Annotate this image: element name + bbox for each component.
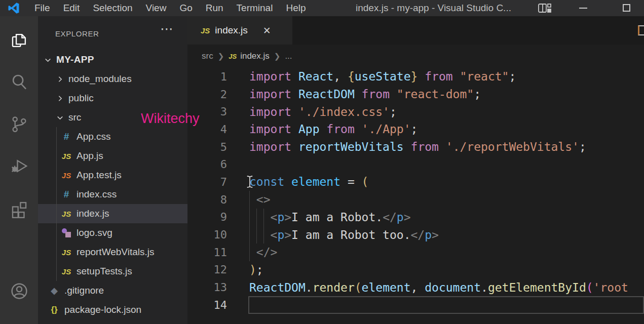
current-line-highlight xyxy=(248,296,644,314)
title-bar: FileEditSelectionViewGoRunTerminalHelp i… xyxy=(0,0,644,16)
breadcrumb: src❯JSindex.js❯... xyxy=(187,45,644,68)
tree-item-reportwebvitals-js[interactable]: JSreportWebVitals.js xyxy=(38,242,187,262)
code-line-7[interactable]: 7const element = ( xyxy=(187,173,644,191)
extensions-icon[interactable] xyxy=(10,199,29,218)
code-text: import reportWebVitals from './reportWeb… xyxy=(249,140,586,153)
tab-bar: JS index.js ✕ xyxy=(187,16,644,45)
code-text: import React, {useState} from "react"; xyxy=(249,70,516,83)
code-text: ReactDOM.render(element, document.getEle… xyxy=(249,281,628,294)
menu-run[interactable]: Run xyxy=(199,3,230,14)
tree-item-logo-svg[interactable]: logo.svg xyxy=(38,223,187,242)
js-file-icon: JS xyxy=(201,26,210,35)
breadcrumb-item[interactable]: src xyxy=(202,51,213,61)
code-view[interactable]: 1import React, {useState} from "react";2… xyxy=(187,68,644,324)
line-number: 6 xyxy=(187,158,227,171)
code-line-13[interactable]: 13ReactDOM.render(element, document.getE… xyxy=(187,278,644,296)
breadcrumb-separator-icon: ❯ xyxy=(274,52,281,61)
split-editor-icon[interactable] xyxy=(638,25,644,35)
tree-item-index-css[interactable]: #index.css xyxy=(38,185,187,204)
line-number: 1 xyxy=(187,70,227,83)
run-and-debug-icon[interactable] xyxy=(10,156,29,176)
tree-item-label: App.test.js xyxy=(77,170,122,181)
code-line-8[interactable]: 8 <> xyxy=(187,191,644,209)
tab-label: index.js xyxy=(215,25,247,36)
code-line-5[interactable]: 5import reportWebVitals from './reportWe… xyxy=(187,138,644,156)
code-text: <p>I am a Robot too.</p> xyxy=(249,228,439,241)
breadcrumb-item[interactable]: ... xyxy=(285,51,292,61)
explorer-title: EXPLORER xyxy=(55,29,99,38)
menu-help[interactable]: Help xyxy=(279,3,312,14)
tree-item-app-css[interactable]: #App.css xyxy=(38,127,187,146)
js-file-icon: JS xyxy=(59,152,73,160)
menu-selection[interactable]: Selection xyxy=(86,3,139,14)
maximize-button[interactable] xyxy=(623,4,630,12)
line-number: 9 xyxy=(187,211,227,223)
js-file-icon: JS xyxy=(59,248,73,257)
minimize-button[interactable] xyxy=(579,8,587,9)
code-text: import App from './App'; xyxy=(249,123,418,136)
line-number: 11 xyxy=(187,246,227,259)
js-file-icon: JS xyxy=(59,267,73,276)
code-line-3[interactable]: 3import './index.css'; xyxy=(187,103,644,120)
code-text: import './index.css'; xyxy=(249,105,397,118)
tree-item-label: reportWebVitals.js xyxy=(77,247,154,258)
menu-go[interactable]: Go xyxy=(173,3,199,14)
tree-item-label: index.css xyxy=(77,189,117,200)
explorer-more-actions-icon[interactable]: ⋯ xyxy=(160,22,173,35)
tab-close-icon[interactable]: ✕ xyxy=(263,25,271,36)
tree-item-label: node_modules xyxy=(68,73,132,85)
line-number: 2 xyxy=(187,88,227,101)
tree-item-label: public xyxy=(68,93,94,104)
line-number: 13 xyxy=(187,281,227,294)
menu-view[interactable]: View xyxy=(139,3,173,14)
menu-file[interactable]: File xyxy=(28,3,57,14)
json-file-icon: {} xyxy=(47,305,61,315)
code-text: ); xyxy=(249,263,263,276)
menu-edit[interactable]: Edit xyxy=(57,3,87,14)
code-line-12[interactable]: 12); xyxy=(187,261,644,279)
menu-bar: FileEditSelectionViewGoRunTerminalHelp xyxy=(28,0,313,16)
tree-indent-guide xyxy=(56,127,57,281)
tree-item--gitignore[interactable]: ◆.gitignore xyxy=(38,281,187,300)
css-file-icon: # xyxy=(59,131,73,142)
explorer-sidebar: EXPLORER ⋯ MY-APPnode_modulespublicsrc#A… xyxy=(38,16,187,324)
code-text: import ReactDOM from "react-dom"; xyxy=(249,88,481,101)
js-test-file-icon: JS xyxy=(59,171,73,180)
svg-file-icon xyxy=(59,228,73,237)
css-file-icon: # xyxy=(59,189,73,200)
chevron-down-icon xyxy=(42,56,53,64)
tree-item-index-js[interactable]: JSindex.js xyxy=(38,204,187,223)
code-line-1[interactable]: 1import React, {useState} from "react"; xyxy=(187,68,644,86)
tree-item-app-js[interactable]: JSApp.js xyxy=(38,146,187,166)
indent-guide xyxy=(256,209,257,244)
vscode-logo-icon xyxy=(8,2,20,14)
tree-item-setuptests-js[interactable]: JSsetupTests.js xyxy=(38,262,187,281)
code-line-4[interactable]: 4import App from './App'; xyxy=(187,120,644,138)
tree-item-my-app[interactable]: MY-APP xyxy=(38,50,187,69)
menu-terminal[interactable]: Terminal xyxy=(230,3,280,14)
breadcrumb-item[interactable]: index.js xyxy=(240,51,270,61)
code-text: </> xyxy=(249,246,277,259)
activity-bar xyxy=(0,16,38,324)
git-file-icon: ◆ xyxy=(47,286,61,296)
tree-item-label: App.css xyxy=(77,131,111,142)
tree-item-app-test-js[interactable]: JSApp.test.js xyxy=(38,166,187,185)
js-file-icon: JS xyxy=(59,210,73,218)
layout-icon[interactable] xyxy=(538,3,551,15)
code-line-2[interactable]: 2import ReactDOM from "react-dom"; xyxy=(187,86,644,103)
tree-item-node-modules[interactable]: node_modules xyxy=(38,69,187,89)
account-icon[interactable] xyxy=(9,281,29,301)
tree-item-public[interactable]: public xyxy=(38,89,187,108)
line-number: 12 xyxy=(187,263,227,276)
search-icon[interactable] xyxy=(10,72,29,92)
explorer-icon[interactable] xyxy=(10,31,29,50)
chevron-right-icon xyxy=(54,75,65,84)
tab-index-js[interactable]: JS index.js ✕ xyxy=(187,16,292,45)
source-control-icon[interactable] xyxy=(10,114,29,134)
code-line-6[interactable]: 6 xyxy=(187,155,644,173)
code-text: const element = ( xyxy=(249,175,368,188)
indent-guide xyxy=(249,191,250,261)
file-tree: MY-APPnode_modulespublicsrc#App.cssJSApp… xyxy=(38,50,187,319)
tree-item-package-lock-json[interactable]: {}package-lock.json xyxy=(38,300,187,319)
code-line-11[interactable]: 11 </> xyxy=(187,244,644,261)
